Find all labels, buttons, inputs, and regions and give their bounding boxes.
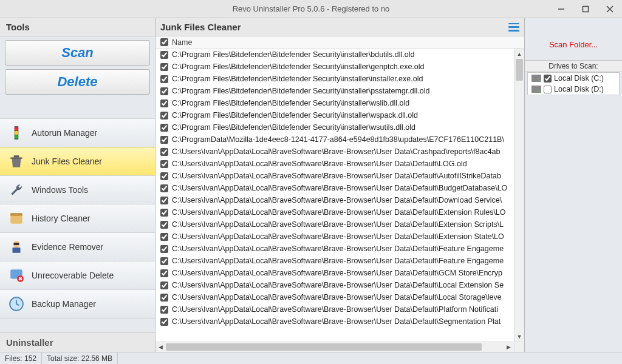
scroll-right-icon[interactable]: ▶ xyxy=(504,342,514,352)
table-row[interactable]: C:\Users\Ivan\AppData\Local\BraveSoftwar… xyxy=(156,146,514,158)
table-row[interactable]: C:\Program Files\Bitdefender\Bitdefender… xyxy=(156,97,514,109)
row-checkbox[interactable] xyxy=(160,75,168,83)
sidebar-item-label: History Cleaner xyxy=(32,214,90,223)
close-button[interactable] xyxy=(598,0,622,18)
row-checkbox[interactable] xyxy=(160,160,168,168)
table-row[interactable]: C:\Users\Ivan\AppData\Local\BraveSoftwar… xyxy=(156,194,514,206)
row-path: C:\ProgramData\Mozilla-1de4eec8-1241-417… xyxy=(172,135,504,144)
right-panel: Scan Folder... Drives to Scan: Local Dis… xyxy=(525,18,622,352)
row-path: C:\Users\Ivan\AppData\Local\BraveSoftwar… xyxy=(172,184,507,192)
row-checkbox[interactable] xyxy=(160,112,168,120)
vertical-scroll-thumb[interactable] xyxy=(516,59,523,81)
sidebar: Tools Scan Delete Autorun ManagerJunk Fi… xyxy=(0,18,156,352)
history-icon xyxy=(9,211,24,226)
row-path: C:\Users\Ivan\AppData\Local\BraveSoftwar… xyxy=(172,160,467,168)
row-checkbox[interactable] xyxy=(160,184,168,192)
table-row[interactable]: C:\Users\Ivan\AppData\Local\BraveSoftwar… xyxy=(156,291,514,303)
titlebar[interactable]: Revo Uninstaller Pro 5.0.6 - Registered … xyxy=(0,0,622,18)
table-row[interactable]: C:\Users\Ivan\AppData\Local\BraveSoftwar… xyxy=(156,255,514,267)
table-row[interactable]: C:\Users\Ivan\AppData\Local\BraveSoftwar… xyxy=(156,243,514,255)
scan-button[interactable]: Scan xyxy=(5,40,150,66)
table-row[interactable]: C:\Program Files\Bitdefender\Bitdefender… xyxy=(156,121,514,133)
table-row[interactable]: C:\Users\Ivan\AppData\Local\BraveSoftwar… xyxy=(156,218,514,231)
table-row[interactable]: C:\Program Files\Bitdefender\Bitdefender… xyxy=(156,73,514,85)
svg-point-6 xyxy=(15,131,19,135)
drive-checkbox[interactable] xyxy=(544,86,552,93)
table-row[interactable]: C:\Users\Ivan\AppData\Local\BraveSoftwar… xyxy=(156,279,514,291)
sidebar-item-junk[interactable]: Junk Files Cleaner xyxy=(0,147,155,176)
row-checkbox[interactable] xyxy=(160,124,168,132)
table-row[interactable]: C:\Program Files\Bitdefender\Bitdefender… xyxy=(156,109,514,121)
row-checkbox[interactable] xyxy=(160,306,168,314)
drive-row[interactable]: Local Disk (C:) xyxy=(528,73,619,84)
table-row[interactable]: C:\Users\Ivan\AppData\Local\BraveSoftwar… xyxy=(156,315,514,328)
table-row[interactable]: C:\Program Files\Bitdefender\Bitdefender… xyxy=(156,61,514,73)
table-row[interactable]: C:\ProgramData\Mozilla-1de4eec8-1241-417… xyxy=(156,133,514,146)
row-checkbox[interactable] xyxy=(160,221,168,229)
delete-button[interactable]: Delete xyxy=(5,69,150,95)
row-checkbox[interactable] xyxy=(160,209,168,217)
row-path: C:\Program Files\Bitdefender\Bitdefender… xyxy=(172,123,415,132)
row-checkbox[interactable] xyxy=(160,172,168,180)
select-all-checkbox[interactable] xyxy=(160,38,168,46)
junk-icon xyxy=(9,153,24,169)
minimize-button[interactable] xyxy=(549,0,573,18)
vertical-scrollbar[interactable]: ▲ ▼ xyxy=(514,49,524,342)
tool-list: Autorun ManagerJunk Files CleanerWindows… xyxy=(0,98,155,332)
horizontal-scrollbar[interactable]: ◀ ▶ xyxy=(156,342,514,352)
row-checkbox[interactable] xyxy=(160,51,168,59)
row-checkbox[interactable] xyxy=(160,294,168,302)
row-path: C:\Users\Ivan\AppData\Local\BraveSoftwar… xyxy=(172,172,501,180)
table-row[interactable]: C:\Program Files\Bitdefender\Bitdefender… xyxy=(156,49,514,61)
column-name-label: Name xyxy=(172,38,192,47)
row-path: C:\Users\Ivan\AppData\Local\BraveSoftwar… xyxy=(172,244,504,253)
row-checkbox[interactable] xyxy=(160,318,168,326)
drive-icon xyxy=(531,75,541,82)
table-row[interactable]: C:\Program Files\Bitdefender\Bitdefender… xyxy=(156,85,514,97)
wintools-icon xyxy=(9,182,24,198)
table-row[interactable]: C:\Users\Ivan\AppData\Local\BraveSoftwar… xyxy=(156,170,514,182)
table-row[interactable]: C:\Users\Ivan\AppData\Local\BraveSoftwar… xyxy=(156,182,514,194)
row-checkbox[interactable] xyxy=(160,148,168,156)
scroll-down-icon[interactable]: ▼ xyxy=(514,331,524,342)
table-row[interactable]: C:\Users\Ivan\AppData\Local\BraveSoftwar… xyxy=(156,206,514,218)
main-header: Junk Files Cleaner xyxy=(156,18,524,36)
table-row[interactable]: C:\Users\Ivan\AppData\Local\BraveSoftwar… xyxy=(156,303,514,315)
sidebar-footer[interactable]: Uninstaller xyxy=(0,332,155,352)
row-checkbox[interactable] xyxy=(160,257,168,265)
row-checkbox[interactable] xyxy=(160,63,168,71)
scan-folder-link[interactable]: Scan Folder... xyxy=(525,36,622,60)
drive-checkbox[interactable] xyxy=(544,75,552,83)
row-path: C:\Program Files\Bitdefender\Bitdefender… xyxy=(172,75,423,83)
sidebar-item-backup[interactable]: Backup Manager xyxy=(0,289,155,318)
maximize-button[interactable] xyxy=(573,0,598,18)
sidebar-item-evidence[interactable]: Evidence Remover xyxy=(0,232,155,261)
row-path: C:\Program Files\Bitdefender\Bitdefender… xyxy=(172,111,418,120)
backup-icon xyxy=(9,296,24,312)
horizontal-scroll-thumb[interactable] xyxy=(166,343,482,351)
table-row[interactable]: C:\Users\Ivan\AppData\Local\BraveSoftwar… xyxy=(156,231,514,243)
scroll-up-icon[interactable]: ▲ xyxy=(514,49,524,59)
row-checkbox[interactable] xyxy=(160,99,168,107)
row-path: C:\Program Files\Bitdefender\Bitdefender… xyxy=(172,50,415,59)
row-checkbox[interactable] xyxy=(160,233,168,241)
column-header[interactable]: Name xyxy=(156,36,524,49)
sidebar-item-unrecov[interactable]: Unrecoverable Delete xyxy=(0,261,155,290)
row-checkbox[interactable] xyxy=(160,245,168,253)
sidebar-item-autorun[interactable]: Autorun Manager xyxy=(0,118,155,147)
scroll-left-icon[interactable]: ◀ xyxy=(156,342,166,352)
svg-rect-8 xyxy=(14,155,19,157)
row-checkbox[interactable] xyxy=(160,281,168,289)
row-checkbox[interactable] xyxy=(160,197,168,204)
row-checkbox[interactable] xyxy=(160,269,168,277)
row-checkbox[interactable] xyxy=(160,136,168,144)
table-row[interactable]: C:\Users\Ivan\AppData\Local\BraveSoftwar… xyxy=(156,267,514,279)
table-row[interactable]: C:\Users\Ivan\AppData\Local\BraveSoftwar… xyxy=(156,158,514,170)
drive-row[interactable]: Local Disk (D:) xyxy=(528,84,619,95)
menu-icon[interactable] xyxy=(508,23,519,32)
row-checkbox[interactable] xyxy=(160,87,168,95)
unrecov-icon xyxy=(9,268,24,283)
sidebar-item-wintools[interactable]: Windows Tools xyxy=(0,175,155,204)
sidebar-item-label: Evidence Remover xyxy=(32,242,103,252)
sidebar-item-history[interactable]: History Cleaner xyxy=(0,204,155,233)
